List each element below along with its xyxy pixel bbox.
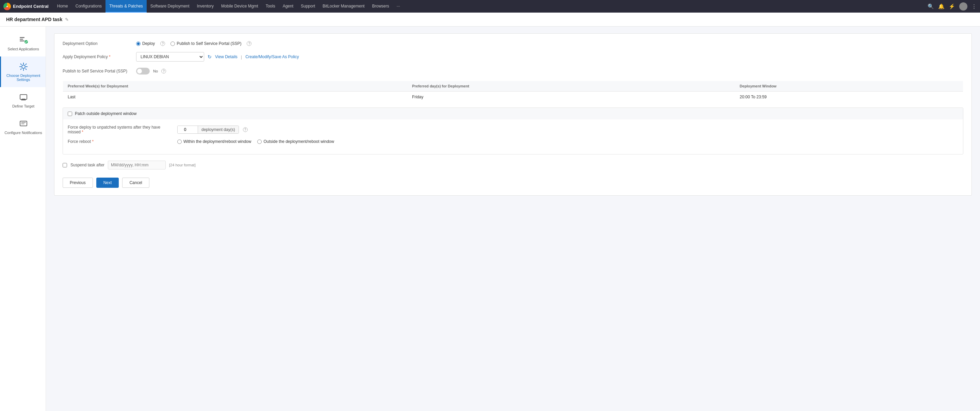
refresh-policy-icon[interactable]: ↻ (208, 54, 212, 59)
patch-outside-label: Patch outside deployment window (75, 111, 137, 116)
reboot-outside-option[interactable]: Outside the deployment/reboot window (257, 139, 334, 144)
suspend-row: Suspend task after [24 hour format] (63, 161, 963, 169)
table-cell-window: 20:00 To 23:59 (735, 91, 963, 103)
svg-point-4 (22, 65, 25, 68)
patch-outside-checkbox[interactable] (68, 112, 72, 116)
publish-ssp-row: Publish to Self Service Portal (SSP) No … (63, 68, 963, 75)
deploy-help-icon[interactable]: ? (160, 41, 165, 46)
publish-ssp-radio-label: Publish to Self Service Portal (SSP) (177, 41, 241, 46)
force-deploy-label: Force deploy to unpatched systems after … (68, 125, 173, 134)
apply-policy-row: Apply Deployment Policy * LINUX DEBIAN W… (63, 52, 963, 62)
reboot-within-option[interactable]: Within the deployment/reboot window (177, 139, 251, 144)
ssp-toggle-help-icon[interactable]: ? (161, 69, 166, 73)
reboot-within-label: Within the deployment/reboot window (183, 139, 251, 144)
app-name: Endpoint Central (13, 4, 49, 9)
page-title: HR department APD task (6, 17, 62, 22)
policy-select[interactable]: LINUX DEBIAN Windows Default Mac Default (136, 52, 204, 62)
notifications-icon[interactable]: 🔔 (938, 3, 945, 10)
reboot-within-radio[interactable] (177, 140, 182, 144)
patch-section: Patch outside deployment window Force de… (63, 108, 963, 155)
top-navigation: ● Endpoint Central Home Configurations T… (0, 0, 980, 13)
sidebar-item-notifications[interactable]: Configure Notifications (0, 114, 46, 140)
nav-threats[interactable]: Threats & Patches (105, 0, 147, 13)
force-deploy-input-group: deployment day(s) (177, 126, 239, 134)
force-reboot-row: Force reboot * Within the deployment/reb… (68, 139, 958, 144)
required-marker: * (109, 54, 111, 59)
nav-right: 🔍 🔔 ⚡ ⋮ (928, 2, 977, 11)
patch-section-body: Force deploy to unpatched systems after … (63, 119, 963, 154)
page-title-bar: HR department APD task ✎ (0, 13, 980, 27)
force-deploy-days-input[interactable] (178, 126, 198, 133)
apps-icon[interactable]: ⋮ (972, 3, 977, 10)
svg-rect-7 (21, 100, 26, 100)
nav-home[interactable]: Home (53, 0, 72, 13)
nav-browsers[interactable]: Browsers (368, 0, 393, 13)
suspend-checkbox[interactable] (63, 163, 67, 167)
suspend-date-input[interactable] (108, 161, 166, 169)
next-button[interactable]: Next (96, 178, 119, 188)
reboot-outside-label: Outside the deployment/reboot window (263, 139, 334, 144)
logo-icon: ● (3, 3, 11, 10)
app-logo[interactable]: ● Endpoint Central (3, 3, 49, 10)
sidebar-label-select-apps: Select Applications (8, 47, 39, 51)
deployment-settings-icon (19, 62, 28, 72)
publish-ssp-help-icon[interactable]: ? (247, 41, 251, 46)
svg-rect-5 (20, 95, 27, 99)
create-modify-link[interactable]: Create/Modify/Save As Policy (245, 54, 299, 59)
format-hint: [24 hour format] (169, 163, 196, 167)
nav-software[interactable]: Software Deployment (147, 0, 193, 13)
force-deploy-unit-label: deployment day(s) (198, 126, 239, 133)
sidebar-label-deployment-settings: Choose Deployment Settings (5, 73, 42, 82)
content-card: Deployment Option Deploy ? Publish to Se… (54, 33, 972, 196)
sidebar-label-define-target: Define Target (12, 104, 34, 108)
user-avatar[interactable] (959, 2, 967, 11)
force-reboot-required: * (92, 139, 94, 144)
publish-ssp-radio[interactable] (170, 41, 175, 46)
patch-section-header: Patch outside deployment window (63, 108, 963, 119)
nav-inventory[interactable]: Inventory (193, 0, 218, 13)
ssp-toggle-slider (136, 68, 150, 75)
ssp-toggle-state-label: No (153, 69, 158, 73)
deployment-option-row: Deployment Option Deploy ? Publish to Se… (63, 41, 963, 46)
footer-buttons: Previous Next Cancel (63, 178, 963, 188)
nav-agent[interactable]: Agent (279, 0, 297, 13)
lightning-icon[interactable]: ⚡ (949, 3, 955, 10)
nav-support[interactable]: Support (297, 0, 319, 13)
publish-ssp-controls: No ? (136, 68, 166, 75)
nav-more[interactable]: ··· (393, 0, 404, 13)
svg-rect-0 (20, 37, 24, 38)
force-deploy-required: * (82, 130, 83, 134)
reboot-outside-radio[interactable] (257, 140, 262, 144)
sidebar-item-select-apps[interactable]: Select Applications (0, 30, 46, 56)
search-icon[interactable]: 🔍 (928, 3, 934, 10)
publish-ssp-radio-option[interactable]: Publish to Self Service Portal (SSP) (170, 41, 241, 46)
deploy-radio-option[interactable]: Deploy (136, 41, 155, 46)
apply-policy-label: Apply Deployment Policy * (63, 54, 130, 59)
sidebar-item-deployment-settings[interactable]: Choose Deployment Settings (0, 56, 46, 87)
svg-rect-6 (22, 99, 25, 100)
ssp-toggle[interactable] (136, 68, 150, 75)
deployment-policy-table: Preferred Week(s) for Deployment Preferr… (63, 81, 963, 103)
view-details-link[interactable]: View Details (215, 54, 237, 59)
table-row: Last Friday 20:00 To 23:59 (63, 91, 963, 103)
content-area: Deployment Option Deploy ? Publish to Se… (46, 27, 980, 411)
cancel-button[interactable]: Cancel (122, 178, 149, 188)
sidebar: Select Applications Choose Deployment Se… (0, 27, 46, 411)
nav-items: Home Configurations Threats & Patches So… (53, 0, 404, 13)
nav-bitlocker[interactable]: BitLocker Management (319, 0, 368, 13)
table-header-day: Preferred day(s) for Deployment (407, 81, 735, 91)
edit-title-icon[interactable]: ✎ (65, 17, 69, 22)
sidebar-item-define-target[interactable]: Define Target (0, 87, 46, 114)
sidebar-label-notifications: Configure Notifications (5, 131, 42, 135)
nav-configurations[interactable]: Configurations (72, 0, 105, 13)
previous-button[interactable]: Previous (63, 178, 93, 188)
force-deploy-help-icon[interactable]: ? (243, 127, 248, 132)
svg-rect-8 (20, 121, 27, 126)
table-header-week: Preferred Week(s) for Deployment (63, 81, 407, 91)
deployment-option-label: Deployment Option (63, 41, 130, 46)
apply-policy-controls: LINUX DEBIAN Windows Default Mac Default… (136, 52, 299, 62)
nav-tools[interactable]: Tools (262, 0, 279, 13)
main-layout: Select Applications Choose Deployment Se… (0, 27, 980, 411)
nav-mobile[interactable]: Mobile Device Mgmt (218, 0, 262, 13)
deploy-radio[interactable] (136, 41, 140, 46)
